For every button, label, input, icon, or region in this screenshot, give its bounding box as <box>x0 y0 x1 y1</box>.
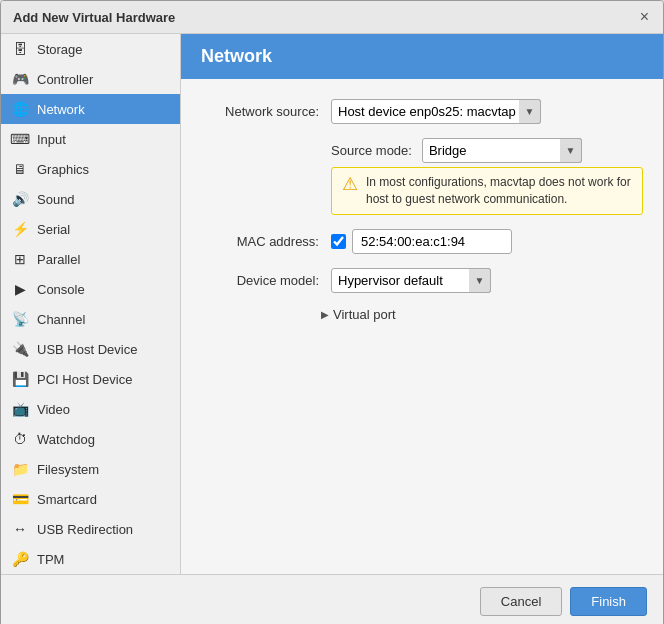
mac-address-input[interactable] <box>352 229 512 254</box>
sidebar-label-input: Input <box>37 132 66 147</box>
sidebar-item-usb-redirection[interactable]: ↔ USB Redirection <box>1 514 180 544</box>
mac-address-label: MAC address: <box>201 234 331 249</box>
device-model-row: Device model: Hypervisor defaultvirtioe1… <box>201 268 643 293</box>
sidebar-label-smartcard: Smartcard <box>37 492 97 507</box>
sidebar-label-filesystem: Filesystem <box>37 462 99 477</box>
add-hardware-dialog: Add New Virtual Hardware × 🗄 Storage 🎮 C… <box>0 0 664 624</box>
sidebar-item-controller[interactable]: 🎮 Controller <box>1 64 180 94</box>
warning-icon: ⚠ <box>342 174 358 196</box>
network-source-row: Network source: Host device enp0s25: mac… <box>201 99 643 124</box>
warning-box: ⚠ In most configurations, macvtap does n… <box>331 167 643 215</box>
sidebar-label-network: Network <box>37 102 85 117</box>
device-model-wrapper: Hypervisor defaultvirtioe1000rtl8139 ▼ <box>331 268 491 293</box>
virtual-port-row[interactable]: ▶ Virtual port <box>201 307 643 322</box>
sidebar-item-input[interactable]: ⌨ Input <box>1 124 180 154</box>
content-header: Network <box>181 34 663 79</box>
usb-redirection-icon: ↔ <box>11 520 29 538</box>
source-mode-label: Source mode: <box>331 143 412 158</box>
network-source-label: Network source: <box>201 104 331 119</box>
virtual-port-label: Virtual port <box>333 307 396 322</box>
sidebar-label-tpm: TPM <box>37 552 64 567</box>
content-body: Network source: Host device enp0s25: mac… <box>181 79 663 574</box>
mac-address-row: MAC address: <box>201 229 643 254</box>
dialog-footer: Cancel Finish <box>1 574 663 624</box>
sidebar: 🗄 Storage 🎮 Controller 🌐 Network ⌨ Input… <box>1 34 181 574</box>
sidebar-item-console[interactable]: ▶ Console <box>1 274 180 304</box>
console-icon: ▶ <box>11 280 29 298</box>
sidebar-item-sound[interactable]: 🔊 Sound <box>1 184 180 214</box>
source-mode-select[interactable]: BridgeVEPAPrivatePassthrough <box>422 138 582 163</box>
sidebar-label-controller: Controller <box>37 72 93 87</box>
sidebar-label-parallel: Parallel <box>37 252 80 267</box>
filesystem-icon: 📁 <box>11 460 29 478</box>
video-icon: 📺 <box>11 400 29 418</box>
sidebar-item-filesystem[interactable]: 📁 Filesystem <box>1 454 180 484</box>
smartcard-icon: 💳 <box>11 490 29 508</box>
device-model-select[interactable]: Hypervisor defaultvirtioe1000rtl8139 <box>331 268 491 293</box>
source-mode-inner: Source mode: BridgeVEPAPrivatePassthroug… <box>331 138 582 163</box>
device-model-label: Device model: <box>201 273 331 288</box>
dialog-title: Add New Virtual Hardware <box>13 10 175 25</box>
sidebar-item-usb-host-device[interactable]: 🔌 USB Host Device <box>1 334 180 364</box>
sidebar-item-pci-host-device[interactable]: 💾 PCI Host Device <box>1 364 180 394</box>
warning-text: In most configurations, macvtap does not… <box>366 174 632 208</box>
channel-icon: 📡 <box>11 310 29 328</box>
watchdog-icon: ⏱ <box>11 430 29 448</box>
sidebar-label-sound: Sound <box>37 192 75 207</box>
usb-host-device-icon: 🔌 <box>11 340 29 358</box>
network-icon: 🌐 <box>11 100 29 118</box>
dialog-body: 🗄 Storage 🎮 Controller 🌐 Network ⌨ Input… <box>1 34 663 574</box>
sidebar-label-serial: Serial <box>37 222 70 237</box>
storage-icon: 🗄 <box>11 40 29 58</box>
input-icon: ⌨ <box>11 130 29 148</box>
source-mode-arrow[interactable]: ▼ <box>560 138 582 163</box>
sidebar-item-smartcard[interactable]: 💳 Smartcard <box>1 484 180 514</box>
network-source-select[interactable]: Host device enp0s25: macvtapVirtual netw… <box>331 99 541 124</box>
network-source-arrow[interactable]: ▼ <box>519 99 541 124</box>
sidebar-label-pci-host-device: PCI Host Device <box>37 372 132 387</box>
sidebar-item-storage[interactable]: 🗄 Storage <box>1 34 180 64</box>
titlebar: Add New Virtual Hardware × <box>1 1 663 34</box>
tpm-icon: 🔑 <box>11 550 29 568</box>
cancel-button[interactable]: Cancel <box>480 587 562 616</box>
virtual-port-triangle: ▶ <box>321 309 329 320</box>
close-button[interactable]: × <box>638 9 651 25</box>
sidebar-item-graphics[interactable]: 🖥 Graphics <box>1 154 180 184</box>
sidebar-label-graphics: Graphics <box>37 162 89 177</box>
mac-checkbox[interactable] <box>331 234 346 249</box>
sidebar-item-watchdog[interactable]: ⏱ Watchdog <box>1 424 180 454</box>
sidebar-label-console: Console <box>37 282 85 297</box>
serial-icon: ⚡ <box>11 220 29 238</box>
sidebar-item-serial[interactable]: ⚡ Serial <box>1 214 180 244</box>
sidebar-item-tpm[interactable]: 🔑 TPM <box>1 544 180 574</box>
mac-address-group <box>331 229 512 254</box>
pci-host-device-icon: 💾 <box>11 370 29 388</box>
sound-icon: 🔊 <box>11 190 29 208</box>
network-source-wrapper: Host device enp0s25: macvtapVirtual netw… <box>331 99 541 124</box>
sidebar-item-parallel[interactable]: ⊞ Parallel <box>1 244 180 274</box>
sidebar-label-channel: Channel <box>37 312 85 327</box>
source-mode-row: Source mode: BridgeVEPAPrivatePassthroug… <box>201 138 643 163</box>
sidebar-item-channel[interactable]: 📡 Channel <box>1 304 180 334</box>
content-panel: Network Network source: Host device enp0… <box>181 34 663 574</box>
sidebar-item-network[interactable]: 🌐 Network <box>1 94 180 124</box>
sidebar-label-storage: Storage <box>37 42 83 57</box>
finish-button[interactable]: Finish <box>570 587 647 616</box>
sidebar-label-usb-host-device: USB Host Device <box>37 342 137 357</box>
sidebar-label-watchdog: Watchdog <box>37 432 95 447</box>
controller-icon: 🎮 <box>11 70 29 88</box>
sidebar-label-video: Video <box>37 402 70 417</box>
sidebar-item-video[interactable]: 📺 Video <box>1 394 180 424</box>
sidebar-label-usb-redirection: USB Redirection <box>37 522 133 537</box>
parallel-icon: ⊞ <box>11 250 29 268</box>
source-mode-wrapper: BridgeVEPAPrivatePassthrough ▼ <box>422 138 582 163</box>
graphics-icon: 🖥 <box>11 160 29 178</box>
device-model-arrow[interactable]: ▼ <box>469 268 491 293</box>
